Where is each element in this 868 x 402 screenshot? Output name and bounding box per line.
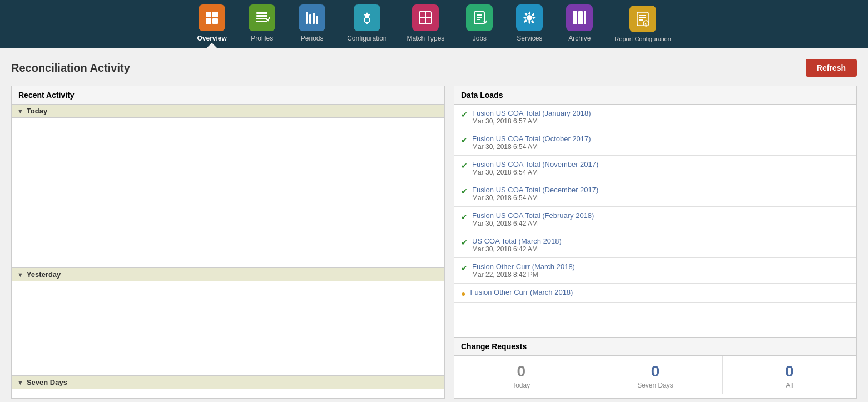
matchtypes-icon xyxy=(412,4,439,31)
svg-rect-3 xyxy=(212,18,218,24)
svg-point-21 xyxy=(527,15,532,21)
configuration-icon xyxy=(354,4,380,31)
section-yesterday-content xyxy=(12,281,444,376)
nav-item-archive[interactable]: Archive xyxy=(554,4,604,48)
stat-label: All xyxy=(723,381,856,389)
svg-rect-10 xyxy=(313,13,315,24)
data-load-date: Mar 30, 2018 6:54 AM xyxy=(472,168,598,176)
pending-icon: ● xyxy=(461,289,465,298)
data-load-name[interactable]: Fusion US COA Total (November 2017) xyxy=(472,160,598,168)
data-load-item[interactable]: ✔Fusion US COA Total (February 2018)Mar … xyxy=(454,207,856,232)
section-yesterday-label: Yesterday xyxy=(27,270,61,279)
check-icon: ✔ xyxy=(461,238,468,247)
reportconfig-icon: $ xyxy=(629,6,656,32)
refresh-button[interactable]: Refresh xyxy=(806,59,857,77)
data-load-name[interactable]: Fusion US COA Total (December 2017) xyxy=(472,186,598,194)
collapse-sevendays-icon[interactable]: ▼ xyxy=(17,379,23,386)
nav-label-profiles: Profiles xyxy=(251,34,273,42)
data-load-name[interactable]: Fusion US COA Total (January 2018) xyxy=(472,109,591,117)
data-load-item[interactable]: ✔Fusion US COA Total (January 2018)Mar 3… xyxy=(454,105,856,130)
svg-rect-6 xyxy=(256,18,267,19)
nav-item-overview[interactable]: Overview xyxy=(187,4,237,48)
collapse-today-icon[interactable]: ▼ xyxy=(17,108,23,115)
top-navigation: Overview Profiles Periods xyxy=(0,0,868,48)
section-today-label: Today xyxy=(27,107,47,115)
nav-label-archive: Archive xyxy=(568,34,591,42)
change-requests-stats: 0Today0Seven Days0All xyxy=(454,356,856,394)
recent-activity-header: Recent Activity xyxy=(12,86,444,105)
right-panel: Data Loads ✔Fusion US COA Total (January… xyxy=(454,86,857,399)
recent-activity-panel: Recent Activity ▼ Today ▼ Yesterday ▼ Se… xyxy=(11,86,445,399)
section-yesterday-row[interactable]: ▼ Yesterday xyxy=(12,268,444,281)
check-icon: ✔ xyxy=(461,161,468,170)
check-icon: ✔ xyxy=(461,187,468,196)
nav-item-profiles[interactable]: Profiles xyxy=(237,4,287,48)
svg-rect-4 xyxy=(256,12,267,14)
stat-item-all[interactable]: 0All xyxy=(723,356,856,394)
check-icon: ✔ xyxy=(461,110,468,119)
data-load-item[interactable]: ✔Fusion US COA Total (October 2017)Mar 3… xyxy=(454,130,856,156)
nav-label-reportconfig: Report Configuration xyxy=(614,36,671,42)
section-sevendays-row[interactable]: ▼ Seven Days xyxy=(12,376,444,389)
svg-rect-24 xyxy=(584,11,586,24)
nav-item-jobs[interactable]: Jobs xyxy=(454,4,504,48)
svg-rect-2 xyxy=(206,18,211,24)
section-today-row[interactable]: ▼ Today xyxy=(12,105,444,118)
check-icon: ✔ xyxy=(461,136,468,145)
overview-icon xyxy=(199,4,225,31)
svg-text:$: $ xyxy=(645,22,648,27)
collapse-yesterday-icon[interactable]: ▼ xyxy=(17,271,23,278)
data-load-item[interactable]: ✔Fusion US COA Total (November 2017)Mar … xyxy=(454,156,856,181)
data-load-name[interactable]: Fusion Other Curr (March 2018) xyxy=(470,288,573,296)
svg-rect-9 xyxy=(309,14,311,24)
nav-label-services: Services xyxy=(517,34,542,42)
profiles-icon xyxy=(249,4,275,31)
archive-icon xyxy=(566,4,593,31)
stat-value: 0 xyxy=(588,363,722,380)
nav-item-services[interactable]: Services xyxy=(504,4,554,48)
page-title: Reconciliation Activity xyxy=(11,62,130,75)
data-load-item[interactable]: ✔Fusion US COA Total (December 2017)Mar … xyxy=(454,181,856,207)
svg-rect-8 xyxy=(306,12,308,24)
stat-label: Seven Days xyxy=(588,381,722,389)
svg-point-12 xyxy=(364,17,370,23)
nav-item-reportconfig[interactable]: $ Report Configuration xyxy=(604,6,681,48)
nav-item-configuration[interactable]: Configuration xyxy=(337,4,396,48)
stat-label: Today xyxy=(454,381,588,389)
data-load-name[interactable]: Fusion Other Curr (March 2018) xyxy=(472,262,575,271)
check-icon: ✔ xyxy=(461,264,468,272)
svg-rect-7 xyxy=(256,21,267,22)
periods-icon xyxy=(299,4,325,31)
data-load-date: Mar 30, 2018 6:54 AM xyxy=(472,194,598,202)
change-requests-panel: Change Requests 0Today0Seven Days0All xyxy=(454,338,857,399)
stat-item-seven_days[interactable]: 0Seven Days xyxy=(588,356,722,394)
svg-rect-11 xyxy=(316,16,318,24)
data-load-item[interactable]: ●Fusion Other Curr (March 2018) xyxy=(454,284,856,303)
jobs-icon xyxy=(466,4,493,31)
data-load-item[interactable]: ✔US COA Total (March 2018)Mar 30, 2018 6… xyxy=(454,232,856,258)
data-load-date: Mar 30, 2018 6:57 AM xyxy=(472,117,591,125)
section-today-content xyxy=(12,118,444,268)
data-load-item[interactable]: ✔Fusion Other Curr (March 2018)Mar 22, 2… xyxy=(454,258,856,284)
nav-label-matchtypes: Match Types xyxy=(407,34,445,42)
data-load-date: Mar 30, 2018 6:54 AM xyxy=(472,143,591,151)
nav-label-configuration: Configuration xyxy=(347,34,386,42)
nav-label-periods: Periods xyxy=(301,34,324,42)
content-layout: Recent Activity ▼ Today ▼ Yesterday ▼ Se… xyxy=(11,86,857,399)
data-load-name[interactable]: Fusion US COA Total (February 2018) xyxy=(472,211,594,220)
nav-label-jobs: Jobs xyxy=(473,34,487,42)
stat-item-today[interactable]: 0Today xyxy=(454,356,588,394)
nav-label-overview: Overview xyxy=(197,34,226,42)
svg-rect-22 xyxy=(573,11,577,24)
svg-rect-23 xyxy=(578,11,583,24)
nav-item-periods[interactable]: Periods xyxy=(287,4,337,48)
data-loads-header: Data Loads xyxy=(454,86,856,105)
svg-rect-1 xyxy=(212,12,218,17)
stat-value: 0 xyxy=(454,363,588,380)
check-icon: ✔ xyxy=(461,212,468,221)
section-sevendays-label: Seven Days xyxy=(27,378,67,386)
data-load-name[interactable]: Fusion US COA Total (October 2017) xyxy=(472,135,591,143)
data-load-name[interactable]: US COA Total (March 2018) xyxy=(472,237,562,245)
nav-item-matchtypes[interactable]: Match Types xyxy=(397,4,455,48)
data-loads-list: ✔Fusion US COA Total (January 2018)Mar 3… xyxy=(454,105,856,337)
